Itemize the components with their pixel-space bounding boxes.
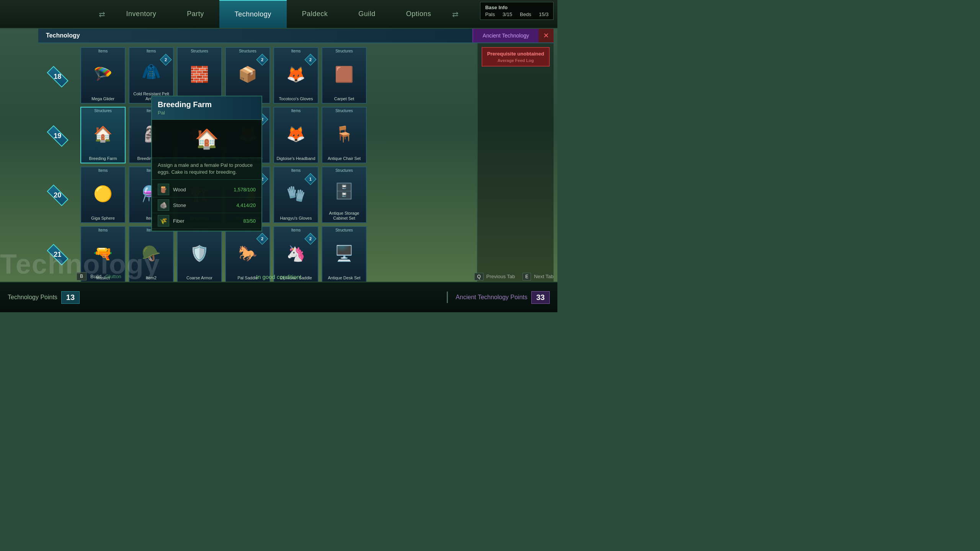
tooltip-description: Assign a male and a female Pal to produc…	[152, 158, 261, 180]
tab-guild[interactable]: Guild	[343, 0, 391, 28]
tech-points-label: Technology Points	[8, 294, 57, 301]
prev-tab-key: Q	[474, 273, 483, 280]
level-20: 20	[47, 184, 69, 206]
wood-count: 1,578/100	[234, 187, 256, 192]
base-info-panel: Base Info Pals 3/15 Beds 15/3	[480, 2, 554, 20]
tech-points-bar: Technology Points 13	[8, 291, 439, 304]
glutton-label: Glutton	[105, 274, 121, 279]
tech-points-value: 13	[61, 291, 80, 304]
stone-count: 4,414/20	[236, 202, 256, 208]
card-giga-sphere[interactable]: Items 🟡 Giga Sphere	[80, 166, 126, 223]
build-label: Build	[90, 274, 101, 279]
build-key: B	[77, 272, 87, 280]
nav-arrow-right[interactable]: ⇄	[446, 10, 464, 19]
next-tab-label: Next Tab	[534, 274, 554, 279]
tooltip-image: 🏠	[152, 120, 261, 158]
level-column: 18 19 20 21	[38, 43, 77, 282]
nav-arrow-left[interactable]: ⇄	[93, 10, 111, 19]
ancient-points-bar: Ancient Technology Points 33	[456, 291, 550, 304]
stone-icon: 🪨	[158, 199, 169, 211]
card-digtoises-headband[interactable]: Items 🦊 Digtoise's Headband	[273, 107, 318, 163]
tooltip-header: Breeding Farm Pal	[152, 96, 261, 120]
prev-tab-label: Previous Tab	[486, 274, 515, 279]
tab-options[interactable]: Options	[391, 0, 447, 28]
ancient-technology-button[interactable]: Ancient Technology	[472, 29, 539, 42]
next-tab-key: E	[523, 273, 531, 280]
ancient-points-value: 33	[531, 291, 550, 304]
nav-tabs-container: Inventory Party Technology Paldeck Guild…	[111, 0, 447, 28]
level-21: 21	[47, 244, 69, 266]
prerequisite-box: Prerequisite unobtained Average Feed Log	[482, 47, 550, 67]
card-mega-glider[interactable]: Items 🪂 Mega Glider	[80, 47, 126, 104]
main-content: Technology Ancient Technology ✕ 18 19 20…	[38, 29, 554, 282]
tooltip-title: Breeding Farm	[158, 100, 256, 109]
card-antique-storage-cabinet[interactable]: Structures 🗄️ Antique Storage Cabinet Se…	[322, 166, 367, 223]
wood-icon: 🪵	[158, 184, 169, 195]
card-breeding-farm-structure[interactable]: Structures 🏠 Breeding Farm	[80, 107, 126, 163]
level-18: 18	[47, 66, 69, 88]
material-wood: 🪵 Wood 1,578/100	[152, 182, 261, 197]
tech-grid-area: 18 19 20 21 Items 🪂 Mega Glider	[38, 43, 554, 282]
tech-header: Technology Ancient Technology ✕	[38, 29, 554, 43]
card-row-18: Items 🪂 Mega Glider Items 2 🧥 Cold Resis…	[80, 47, 473, 104]
points-separator	[447, 292, 448, 303]
tab-technology[interactable]: Technology	[219, 0, 287, 28]
tab-party[interactable]: Party	[172, 0, 219, 28]
technology-title: Technology	[46, 32, 80, 39]
card-row-19: Structures 🏠 Breeding Farm Items 🗿 Breed…	[80, 107, 473, 163]
tooltip-subtitle: Pal	[158, 110, 256, 116]
tooltip-popup: Breeding Farm Pal 🏠 Assign a male and a …	[151, 96, 262, 231]
card-row-20: Items 🟡 Giga Sphere Items ⚗️ Item2 Struc…	[80, 166, 473, 223]
bottom-buttons: B Build Glutton	[77, 272, 121, 280]
card-cold-resistant-pelt-armor[interactable]: Items 2 🧥 Cold Resistant Pelt Armor	[129, 47, 174, 104]
top-navigation: ⇄ Inventory Party Technology Paldeck Gui…	[0, 0, 557, 29]
card-antique-chair-set[interactable]: Structures 🪑 Antique Chair Set	[322, 107, 367, 163]
cards-area: Items 🪂 Mega Glider Items 2 🧥 Cold Resis…	[77, 43, 477, 282]
card-cooler[interactable]: Structures 2 📦 Cooler	[225, 47, 270, 104]
card-antique-desk-set[interactable]: Structures 🖥️ Antique Desk Set	[322, 226, 367, 282]
level-19: 19	[47, 125, 69, 147]
card-item-row21-2[interactable]: Items 🪖 Item2	[129, 226, 174, 282]
card-stone-structure-set[interactable]: Structures 🧱 Stone Structure Set	[177, 47, 222, 104]
close-button[interactable]: ✕	[539, 29, 554, 42]
tab-paldeck[interactable]: Paldeck	[287, 0, 343, 28]
tooltip-materials: 🪵 Wood 1,578/100 🪨 Stone 4,414/20 🌾 Fibe…	[152, 180, 261, 231]
bottom-hints: Q Previous Tab E Next Tab	[474, 273, 554, 280]
right-panel: Prerequisite unobtained Average Feed Log	[477, 43, 554, 282]
ancient-points-label: Ancient Technology Points	[456, 294, 527, 301]
card-coarse-armor[interactable]: Structures 🛡️ Coarse Armor	[177, 226, 222, 282]
material-fiber: 🌾 Fiber 83/50	[152, 213, 261, 229]
fiber-count: 83/50	[243, 218, 256, 224]
card-hangyu-gloves[interactable]: Items 1 🧤 Hangyu's Gloves	[273, 166, 318, 223]
tab-inventory[interactable]: Inventory	[111, 0, 172, 28]
condition-text: In good condition!	[256, 274, 301, 280]
card-tocotocos-gloves[interactable]: Items 2 🦊 Tocotoco's Gloves	[273, 47, 318, 104]
bottom-bar: Technology Points 13 Ancient Technology …	[0, 282, 557, 312]
fiber-icon: 🌾	[158, 215, 169, 227]
material-stone: 🪨 Stone 4,414/20	[152, 197, 261, 213]
card-carpet-set[interactable]: Structures 🟫 Carpet Set	[322, 47, 367, 104]
